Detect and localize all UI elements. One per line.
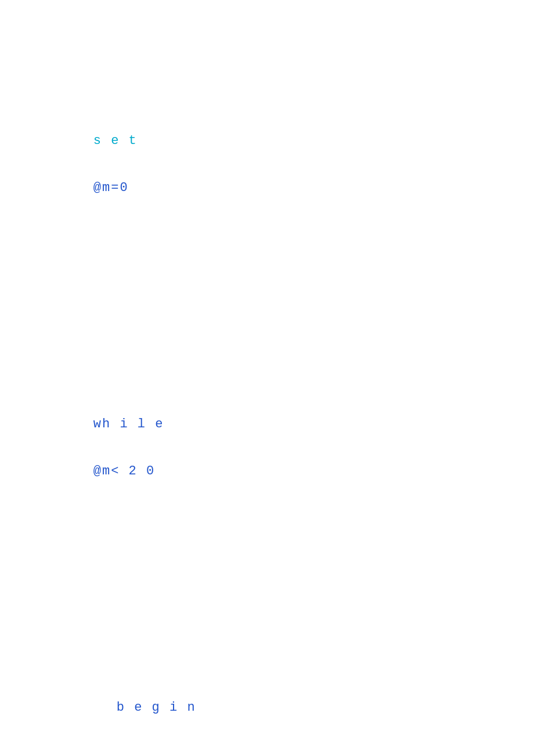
kw-begin1: b e g i n	[117, 700, 196, 715]
code-line-while: wh i l e @m< 2 0	[58, 389, 511, 507]
code-line-empty2	[58, 578, 511, 602]
kw-while: wh i l e	[93, 417, 164, 431]
code-editor: s e t @m=0 wh i l e @m< 2 0 b e g i n se…	[58, 35, 511, 756]
var-m1: @m=0	[93, 181, 129, 195]
code-line-begin1: b e g i n	[58, 673, 511, 744]
var-m2: @m< 2 0	[93, 464, 155, 478]
code-line-set1: s e t @m=0	[58, 106, 511, 224]
code-line-empty1	[58, 295, 511, 319]
kw-set1: s e t	[93, 134, 138, 148]
